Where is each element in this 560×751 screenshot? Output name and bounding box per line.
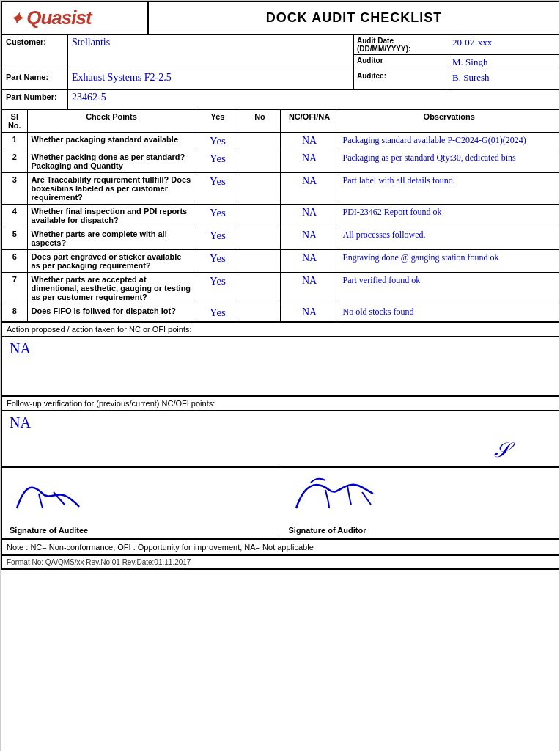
auditor-sig-label: Signature of Auditor — [289, 526, 553, 535]
row-obs-7: Part verified found ok — [339, 273, 560, 304]
row-nc-5: NA — [280, 227, 339, 250]
row-obs-8: No old stocks found — [339, 304, 560, 323]
signature-section: Signature of Auditee Signature of Audito… — [1, 468, 560, 540]
row-check-2: Whether packing done as per standard? Pa… — [27, 150, 196, 173]
header-slno: Sl No. — [1, 110, 27, 133]
auditor-value: M. Singh — [449, 55, 559, 70]
info-right-block: Audit Date (DD/MM/YYYY): 20-07-xxx Audit… — [354, 35, 559, 70]
part-name-label: Part Name: — [2, 70, 68, 89]
format-text: Format No: QA/QMS/xx Rev.No:01 Rev.Date:… — [7, 558, 191, 566]
row-nc-7: NA — [280, 273, 339, 304]
logo: ✦ Quasist — [10, 7, 92, 29]
page: ✦ Quasist DOCK AUDIT CHECKLIST Customer:… — [1, 1, 560, 751]
row-obs-1: Packaging standard available P-C2024-G(0… — [339, 133, 560, 150]
auditee-label: Auditee: — [354, 70, 449, 89]
table-header-row: Sl No. Check Points Yes No NC/OFI/NA Obs… — [1, 110, 560, 133]
row-check-6: Does part engraved or sticker available … — [27, 250, 196, 273]
row-no-3 — [240, 173, 280, 205]
auditor-sig-block: Signature of Auditor — [281, 468, 560, 538]
customer-value: Stellantis — [68, 35, 354, 70]
audit-date-value: 20-07-xxx — [449, 35, 559, 54]
auditee-signature — [10, 479, 273, 521]
row-no-7 — [240, 273, 280, 304]
followup-section: Follow-up verification for (previous/cur… — [1, 397, 560, 468]
row-check-3: Are Traceability requirement fullfill? D… — [27, 173, 196, 205]
info-right-block-2: Auditee: B. Suresh — [354, 70, 559, 89]
row-nc-3: NA — [280, 173, 339, 205]
row-sl-3: 3 — [1, 173, 27, 205]
header-checkpoints: Check Points — [27, 110, 196, 133]
row-check-4: Whether final inspection and PDI reports… — [27, 205, 196, 227]
row-yes-2: Yes — [196, 150, 240, 173]
row-nc-6: NA — [280, 250, 339, 273]
row-obs-5: All processes followed. — [339, 227, 560, 250]
row-check-1: Whether packaging standard available — [27, 133, 196, 150]
row-nc-2: NA — [280, 150, 339, 173]
audit-date-label: Audit Date (DD/MM/YYYY): — [354, 35, 449, 54]
header-yes: Yes — [196, 110, 240, 133]
auditor-label: Auditor — [354, 55, 449, 70]
row-obs-4: PDI-23462 Report found ok — [339, 205, 560, 227]
followup-label: Follow-up verification for (previous/cur… — [2, 397, 559, 411]
note-text: Note : NC= Non-conformance, OFI : Opport… — [7, 543, 314, 552]
logo-text: Quasist — [26, 7, 91, 29]
row-no-6 — [240, 250, 280, 273]
row-obs-6: Engraving done @ gauging station found o… — [339, 250, 560, 273]
action-label: Action proposed / action taken for NC or… — [2, 323, 559, 337]
table-row: 7Whether parts are accepted at dimention… — [1, 273, 560, 304]
note-section: Note : NC= Non-conformance, OFI : Opport… — [1, 540, 560, 556]
row-nc-8: NA — [280, 304, 339, 323]
header: ✦ Quasist DOCK AUDIT CHECKLIST — [1, 1, 560, 34]
row-sl-7: 7 — [1, 273, 27, 304]
row-yes-6: Yes — [196, 250, 240, 273]
header-no: No — [240, 110, 280, 133]
part-name-value: Exhaust Systems F2-2.5 — [68, 70, 354, 89]
row-check-5: Whether parts are complete with all aspe… — [27, 227, 196, 250]
row-no-4 — [240, 205, 280, 227]
page-title: DOCK AUDIT CHECKLIST — [266, 10, 442, 26]
row-check-7: Whether parts are accepted at dimentiona… — [27, 273, 196, 304]
row-sl-8: 8 — [1, 304, 27, 323]
row-yes-8: Yes — [196, 304, 240, 323]
auditee-value: B. Suresh — [449, 70, 559, 89]
table-row: 3Are Traceability requirement fullfill? … — [1, 173, 560, 205]
action-content: NA — [2, 337, 559, 395]
row-yes-1: Yes — [196, 133, 240, 150]
auditee-sig-label: Signature of Auditee — [10, 526, 273, 535]
row-nc-1: NA — [280, 133, 339, 150]
auditor-sig-drawing — [289, 472, 377, 516]
auditee-sig-block: Signature of Auditee — [2, 468, 281, 538]
row-no-8 — [240, 304, 280, 323]
table-row: 6Does part engraved or sticker available… — [1, 250, 560, 273]
table-row: 8Does FIFO is follwed for dispatch lot?Y… — [1, 304, 560, 323]
row-yes-7: Yes — [196, 273, 240, 304]
auditee-row: Auditee: B. Suresh — [354, 70, 559, 89]
header-observations: Observations — [339, 110, 560, 133]
info-section: Customer: Stellantis Audit Date (DD/MM/Y… — [1, 34, 560, 109]
row-obs-2: Packaging as per standard Qty:30, dedica… — [339, 150, 560, 173]
row-no-1 — [240, 133, 280, 150]
part-number-row: Part Number: 23462-5 — [2, 90, 559, 109]
row-yes-4: Yes — [196, 205, 240, 227]
table-row: 5Whether parts are complete with all asp… — [1, 227, 560, 250]
row-nc-4: NA — [280, 205, 339, 227]
audit-date-row: Audit Date (DD/MM/YYYY): 20-07-xxx — [354, 35, 559, 55]
row-sl-1: 1 — [1, 133, 27, 150]
customer-label: Customer: — [2, 35, 68, 70]
row-sl-4: 4 — [1, 205, 27, 227]
followup-value: NA — [10, 414, 552, 431]
followup-content: NA 𝒮 — [2, 411, 559, 466]
row-check-8: Does FIFO is follwed for dispatch lot? — [27, 304, 196, 323]
part-number-label: Part Number: — [2, 90, 68, 109]
row-sl-5: 5 — [1, 227, 27, 250]
main-table: Sl No. Check Points Yes No NC/OFI/NA Obs… — [1, 109, 560, 323]
row-sl-2: 2 — [1, 150, 27, 173]
row-obs-3: Part label with all details found. — [339, 173, 560, 205]
auditee-sig-drawing — [10, 479, 83, 516]
header-nc: NC/OFI/NA — [280, 110, 339, 133]
format-section: Format No: QA/QMS/xx Rev.No:01 Rev.Date:… — [1, 556, 560, 570]
customer-row: Customer: Stellantis Audit Date (DD/MM/Y… — [2, 35, 559, 70]
row-yes-5: Yes — [196, 227, 240, 250]
row-no-5 — [240, 227, 280, 250]
action-section: Action proposed / action taken for NC or… — [1, 323, 560, 397]
